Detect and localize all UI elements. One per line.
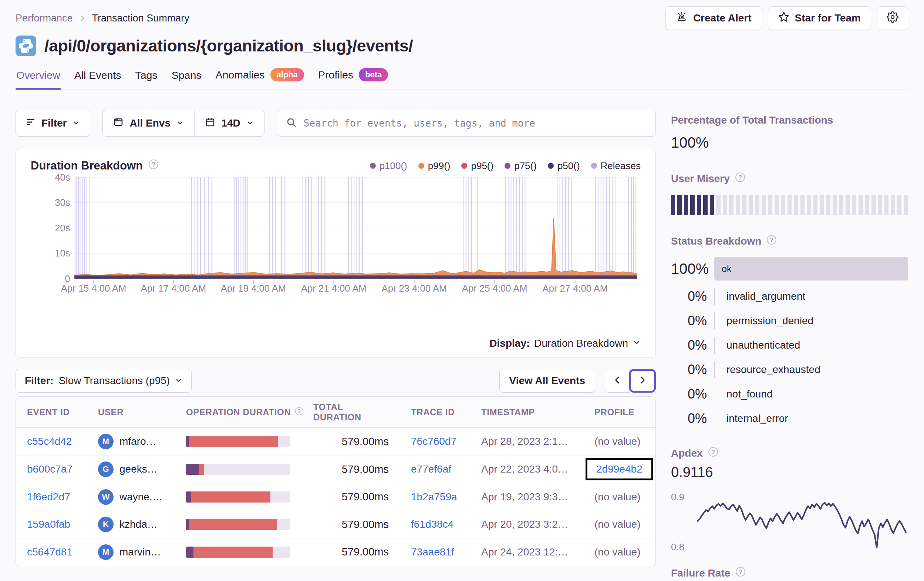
transactions-filter-dropdown[interactable]: Filter: Slow Transactions (p95) [15,369,191,392]
tab-anomalies[interactable]: Anomaliesalpha [215,66,305,89]
total-transactions-title: Percentage of Total Transactions [671,114,908,126]
date-range-dropdown[interactable]: 14D [195,110,264,136]
status-label: invalid_argument [726,290,805,302]
user-name: wayne.… [119,491,163,503]
legend-item-p75[interactable]: p75() [505,160,537,172]
svg-text:30s: 30s [55,197,70,208]
misery-segment-filled [697,195,701,215]
tab-overview[interactable]: Overview [15,67,61,89]
apdex-y-bottom-label: 0.8 [671,541,695,553]
svg-text:Apr 27 4:00 AM: Apr 27 4:00 AM [543,283,608,293]
cell-timestamp: Apr 22, 2023 4:0… [481,463,594,475]
chevron-down-icon [177,117,184,129]
status-label: permission_denied [726,315,813,327]
cell-user: Mmarvin… [98,545,186,560]
help-icon[interactable]: ? [735,566,746,580]
cell-total-duration: 579.00ms [313,491,390,503]
profile-link[interactable]: 2d99e4b2 [596,463,642,475]
op-segment-db [186,546,193,558]
avatar: K [98,516,114,532]
event-id-link[interactable]: 1f6ed2d7 [27,491,70,503]
svg-text:?: ? [711,449,714,455]
event-id-link[interactable]: c5647d81 [27,546,73,558]
create-alert-button[interactable]: Create Alert [665,6,762,30]
environment-dropdown[interactable]: All Envs [103,110,194,136]
column-profile: PROFILE [594,407,655,417]
tab-bar: Overview All Events Tags Spans Anomalies… [15,66,908,90]
beta-badge: beta [359,68,388,81]
calendar-icon [205,117,215,130]
event-id-link[interactable]: b600c7a7 [27,463,73,475]
tab-all-events[interactable]: All Events [74,67,122,89]
apdex-sparkline: 0.9 0.8 [671,490,908,553]
legend-item-p50[interactable]: p50() [548,160,580,172]
help-icon[interactable]: ? [294,406,304,418]
op-segment-http [189,519,277,530]
misery-segment-filled [684,195,688,215]
table-row: 1f6ed2d7Wwayne.…579.00ms1b2a759aApr 19, … [16,483,655,511]
cell-timestamp: Apr 24, 2023 12:… [481,546,594,558]
star-for-team-button[interactable]: Star for Team [768,6,871,30]
status-zero-bar [714,312,715,329]
display-dropdown[interactable]: Display: Duration Breakdown [31,338,641,349]
cell-event-id: 1f6ed2d7 [27,491,98,503]
search-input[interactable] [304,118,647,129]
status-label: not_found [726,388,773,400]
breadcrumb-chevron-icon [79,15,86,22]
python-icon [15,36,36,56]
status-breakdown-title: Status Breakdown ? [671,234,908,248]
help-icon[interactable]: ? [766,234,777,248]
event-id-link[interactable]: c55c4d42 [27,435,72,447]
misery-segment-empty [827,195,830,215]
cell-event-id: c55c4d42 [27,435,98,447]
misery-segment-empty [736,195,740,215]
settings-button[interactable] [877,6,908,30]
legend-dot [418,163,424,169]
status-percent: 0% [671,411,707,426]
chevron-down-icon [175,375,182,387]
legend-item-p100[interactable]: p100() [370,160,407,172]
help-icon[interactable]: ? [708,446,719,460]
misery-segment-filled [710,195,714,215]
profile-no-value: (no value) [594,518,641,530]
legend-item-Releases[interactable]: Releases [591,160,641,172]
duration-breakdown-title: Duration Breakdown [31,159,143,172]
trace-id-link[interactable]: 1b2a759a [411,491,457,503]
filter-dropdown[interactable]: Filter [15,110,90,137]
table-row: c55c4d42Mmfaro…579.00ms76c760d7Apr 28, 2… [16,428,655,455]
status-row-not_found: 0%not_found [671,386,908,402]
operation-duration-bar [186,546,290,558]
tab-profiles[interactable]: Profilesbeta [317,66,389,89]
misery-segment-empty [768,195,772,215]
previous-page-button[interactable] [605,369,630,392]
profile-highlight-box: 2d99e4b2 [586,458,653,480]
trace-id-link[interactable]: e77ef6af [411,463,451,475]
misery-segment-empty [846,195,850,215]
misery-segment-empty [755,195,759,215]
failure-rate-title: Failure Rate ? [671,566,908,580]
chevron-down-icon [246,117,254,129]
status-zero-bar [714,288,715,305]
trace-id-link[interactable]: 76c760d7 [411,435,457,447]
event-id-link[interactable]: 159a0fab [27,518,70,530]
legend-item-p95[interactable]: p95() [461,160,493,172]
status-percent: 0% [671,289,707,304]
help-icon[interactable]: ? [148,159,159,173]
svg-text:Apr 23 4:00 AM: Apr 23 4:00 AM [382,283,447,293]
misery-segment-empty [839,195,843,215]
cell-operation-duration [186,464,313,475]
avatar: W [98,489,114,505]
next-page-button[interactable] [629,369,656,392]
legend-item-p99[interactable]: p99() [418,160,450,172]
filter-toolbar: Filter All Envs [15,110,656,137]
trace-id-link[interactable]: 73aae81f [411,546,454,558]
tab-tags[interactable]: Tags [135,67,158,89]
trace-id-link[interactable]: f61d38c4 [411,518,454,530]
help-icon[interactable]: ? [734,172,746,185]
breadcrumb-performance[interactable]: Performance [15,13,73,24]
legend-dot [591,163,597,169]
misery-segment-empty [833,195,837,215]
view-all-events-button[interactable]: View All Events [499,369,595,392]
tab-spans[interactable]: Spans [171,67,202,89]
cell-total-duration: 579.00ms [313,435,390,448]
